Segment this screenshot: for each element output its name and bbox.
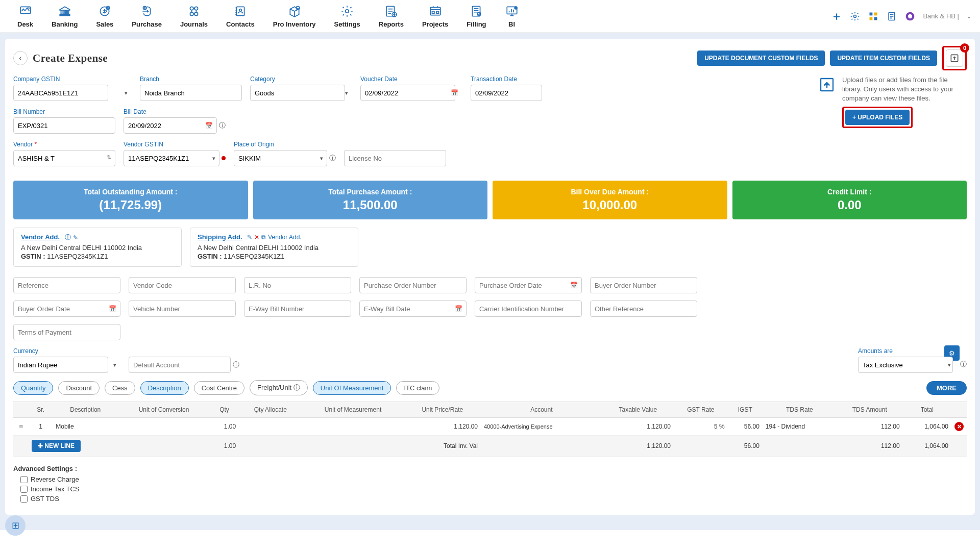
pill-description[interactable]: Description — [140, 381, 189, 395]
apps-icon[interactable] — [868, 11, 879, 22]
other-reference-input[interactable] — [590, 300, 697, 317]
gst-tds-checkbox[interactable] — [20, 495, 28, 503]
update-doc-custom-fields-button[interactable]: UPDATE DOCUMENT CUSTOM FIELDS — [697, 51, 825, 66]
eway-bill-date-input[interactable] — [359, 300, 467, 317]
edit-icon[interactable]: ✎ — [73, 234, 78, 241]
pill-discount[interactable]: Discount — [58, 381, 100, 395]
close-icon[interactable]: ✕ — [254, 234, 259, 241]
copy-icon[interactable]: ⧉ — [261, 234, 266, 241]
buyer-order-number-input[interactable] — [590, 277, 697, 293]
po-date-input[interactable] — [475, 277, 582, 293]
nav-inventory[interactable]: Pro Inventory — [264, 4, 325, 28]
info-icon[interactable]: ⓘ — [960, 360, 967, 369]
nav-desk[interactable]: Desk — [8, 4, 42, 28]
update-item-custom-fields-button[interactable]: UPDATE ITEM CUSTOM FIELDS — [830, 51, 937, 66]
drag-handle-icon[interactable]: ≡ — [19, 422, 23, 431]
nav-projects[interactable]: Projects — [413, 4, 457, 28]
vendor-gstin-select[interactable] — [124, 150, 219, 166]
info-icon[interactable]: ⓘ — [329, 154, 336, 163]
cell-account[interactable]: 40000-Advertising Expense — [481, 418, 602, 436]
upload-files-button[interactable]: + UPLOAD FILES — [845, 110, 910, 125]
edit-icon[interactable]: ✎ — [247, 234, 252, 241]
pill-itc[interactable]: ITC claim — [396, 381, 439, 395]
category-select[interactable] — [250, 85, 345, 101]
stat-value: 11,500.00 — [257, 198, 484, 212]
cell-gst[interactable]: 5 % — [674, 418, 728, 436]
cell-total[interactable]: 1,064.00 — [903, 418, 951, 436]
cell-tds-rate[interactable]: 194 - Dividend — [763, 418, 837, 436]
terms-of-payment-input[interactable] — [13, 324, 120, 340]
vehicle-number-input[interactable] — [129, 300, 236, 317]
gear-icon[interactable] — [849, 11, 861, 22]
license-no-input[interactable] — [344, 150, 446, 166]
po-number-input[interactable] — [359, 277, 467, 293]
more-button[interactable]: MORE — [926, 381, 967, 395]
income-tax-tcs-checkbox[interactable] — [20, 486, 28, 493]
vendor-code-input[interactable] — [129, 277, 236, 293]
pill-quantity[interactable]: Quantity — [13, 381, 53, 395]
gstin-label: GSTIN : — [198, 253, 222, 260]
cell-taxable[interactable]: 1,120.00 — [602, 418, 674, 436]
nav-sales[interactable]: Sales — [87, 4, 122, 28]
stat-outstanding: Total Outstanding Amount :(11,725.99) — [13, 181, 248, 219]
voucher-date-input[interactable] — [360, 85, 455, 101]
nav-filling[interactable]: Filling — [457, 4, 495, 28]
carrier-id-input[interactable] — [475, 300, 582, 317]
vendor-addr-title[interactable]: Vendor Add. — [21, 233, 60, 241]
cell-uoc[interactable] — [118, 418, 210, 436]
transaction-date-label: Transaction Date — [471, 76, 542, 83]
nav-contacts[interactable]: Contacts — [217, 4, 264, 28]
pill-cost-centre[interactable]: Cost Centre — [194, 381, 244, 395]
lr-no-input[interactable] — [244, 277, 351, 293]
shipping-addr-title[interactable]: Shipping Add. — [198, 233, 242, 241]
vendor-addr-link[interactable]: Vendor Add. — [268, 234, 301, 241]
nav-bi[interactable]: BI — [496, 4, 528, 28]
nav-reports[interactable]: Reports — [370, 4, 413, 28]
cell-desc[interactable]: Mobile — [53, 418, 118, 436]
th-rate: Unit Price/Rate — [404, 402, 481, 418]
nav-purchase[interactable]: Purchase — [122, 4, 171, 28]
back-button[interactable]: ‹ — [13, 51, 28, 65]
delete-row-button[interactable]: ✕ — [954, 422, 964, 431]
pill-uom[interactable]: Unit Of Measurement — [313, 381, 391, 395]
pill-freight[interactable]: Freight/Unit ⓘ — [250, 380, 308, 395]
nav-settings[interactable]: Settings — [325, 4, 370, 28]
reference-input[interactable] — [13, 277, 120, 293]
nav-banking[interactable]: Banking — [42, 4, 87, 28]
nav-journals[interactable]: Journals — [171, 4, 217, 28]
plus-icon[interactable]: ＋ — [831, 11, 842, 22]
new-line-button[interactable]: ✚ NEW LINE — [32, 440, 81, 452]
doc-icon[interactable] — [886, 11, 897, 22]
info-icon[interactable]: ⓘ — [219, 121, 226, 130]
pill-cess[interactable]: Cess — [105, 381, 135, 395]
place-of-origin-select[interactable] — [234, 150, 327, 166]
amounts-are-select[interactable] — [858, 357, 953, 373]
info-icon[interactable]: ⓘ — [233, 360, 239, 369]
cell-uom[interactable] — [302, 418, 404, 436]
table-row[interactable]: ≡ 1 Mobile 1.00 1,120.00 40000-Advertisi… — [13, 418, 967, 436]
th-uom: Unit of Measurement — [302, 402, 404, 418]
info-icon[interactable]: ⓘ — [65, 233, 71, 242]
amounts-are-label: Amounts are — [858, 347, 955, 355]
cell-qty[interactable]: 1.00 — [210, 418, 239, 436]
vendor-select[interactable] — [13, 150, 115, 166]
currency-select[interactable] — [13, 357, 108, 373]
brand-icon[interactable] — [904, 11, 916, 22]
buyer-order-date-input[interactable] — [13, 300, 120, 317]
cell-igst[interactable]: 56.00 — [728, 418, 763, 436]
bill-number-input[interactable] — [13, 117, 115, 134]
default-account-input[interactable] — [129, 357, 231, 373]
reverse-charge-checkbox[interactable] — [20, 476, 28, 483]
cell-rate[interactable]: 1,120.00 — [404, 418, 481, 436]
branch-input[interactable] — [140, 85, 242, 101]
svg-point-27 — [854, 15, 856, 17]
cell-tds-amt[interactable]: 112.00 — [837, 418, 903, 436]
cell-qty-alloc[interactable] — [239, 418, 302, 436]
upload-icon-button[interactable] — [946, 49, 963, 67]
gstin-label: GSTIN : — [21, 253, 45, 260]
chevron-down-icon[interactable]: ⌄ — [966, 12, 972, 20]
eway-bill-number-input[interactable] — [244, 300, 351, 317]
company-gstin-select[interactable] — [13, 85, 108, 101]
transaction-date-input[interactable] — [471, 85, 542, 101]
bill-date-input[interactable] — [124, 117, 217, 134]
